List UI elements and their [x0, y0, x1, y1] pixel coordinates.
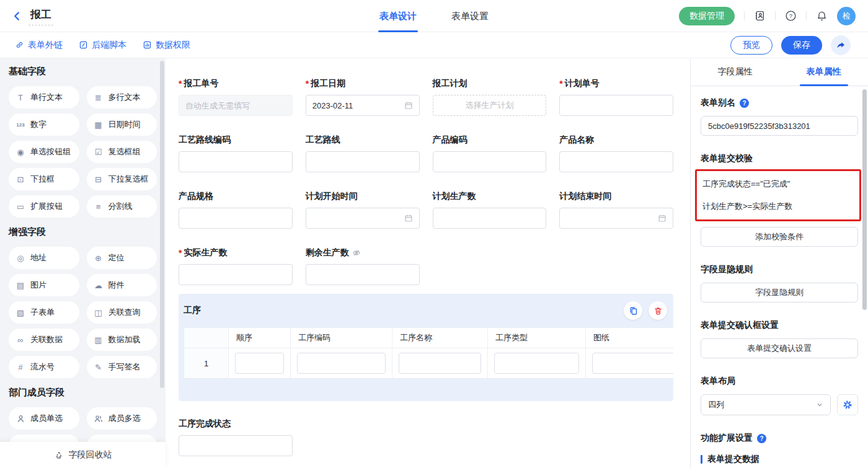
- field-label: 工艺路线: [306, 135, 340, 146]
- validation-rule[interactable]: 计划生产数>=实际生产数: [702, 195, 859, 218]
- field-type-radio-group[interactable]: ◉单选按钮组: [9, 141, 79, 163]
- order-input[interactable]: [235, 353, 284, 374]
- route-input[interactable]: [306, 151, 420, 172]
- plan-no-input[interactable]: [559, 95, 673, 116]
- plan-end-input[interactable]: [559, 208, 673, 229]
- validation-rule[interactable]: 工序完成状态=="已完成": [702, 173, 859, 195]
- calendar-icon[interactable]: [404, 101, 413, 110]
- field-type-datetime[interactable]: ▦日期时间: [87, 113, 157, 136]
- product-name-input[interactable]: [559, 151, 673, 172]
- layout-settings-button[interactable]: [837, 394, 858, 415]
- calendar-icon[interactable]: [658, 214, 666, 223]
- field-remaining-qty[interactable]: 剩余生产数: [306, 247, 420, 285]
- field-type-number[interactable]: 123数字: [9, 113, 79, 136]
- address-book-icon[interactable]: [754, 10, 766, 22]
- remaining-qty-input[interactable]: [306, 264, 420, 285]
- process-type-input[interactable]: [494, 353, 579, 374]
- field-label: 计划结束时间: [559, 191, 611, 202]
- plan-picker-button[interactable]: 选择生产计划: [433, 95, 547, 116]
- field-type-dropdown[interactable]: ⊡下拉框: [9, 168, 79, 190]
- copy-button[interactable]: [624, 301, 642, 320]
- field-type-data-load[interactable]: ▥数据加载: [87, 329, 157, 351]
- tab-form-properties[interactable]: 表单属性: [779, 58, 868, 86]
- field-product-name[interactable]: 产品名称: [559, 135, 673, 172]
- field-type-linked-query[interactable]: ◫关联查询: [87, 301, 157, 324]
- field-recycle-bin[interactable]: 字段回收站: [0, 442, 166, 468]
- product-spec-input[interactable]: [179, 208, 293, 229]
- data-permission-link[interactable]: 数据权限: [143, 40, 190, 51]
- data-manage-button[interactable]: 数据管理: [679, 7, 735, 25]
- field-report-no[interactable]: *报工单号: [179, 78, 293, 116]
- field-plan-end-time[interactable]: 计划结束时间: [559, 191, 673, 229]
- field-product-code[interactable]: 产品编码: [433, 135, 547, 172]
- delete-button[interactable]: [649, 301, 667, 320]
- field-product-spec[interactable]: 产品规格: [179, 191, 293, 229]
- field-type-serial-number[interactable]: #流水号: [9, 356, 79, 378]
- field-report-plan[interactable]: 报工计划 选择生产计划: [433, 78, 547, 116]
- field-type-pill-clipped[interactable]: [87, 435, 157, 442]
- tab-form-settings[interactable]: 表单设置: [451, 0, 489, 32]
- process-code-input[interactable]: [297, 353, 386, 374]
- subform-process[interactable]: 工序 顺序 工序编码 工序名称: [179, 294, 673, 401]
- field-type-image[interactable]: ▤图片: [9, 274, 79, 296]
- route-code-input[interactable]: [179, 151, 293, 172]
- field-actual-qty[interactable]: *实际生产数: [179, 247, 293, 285]
- share-button[interactable]: [831, 35, 851, 55]
- save-button[interactable]: 保存: [781, 36, 822, 55]
- bell-icon[interactable]: [816, 10, 828, 22]
- layout-select[interactable]: 四列: [701, 394, 831, 415]
- process-name-input[interactable]: [399, 353, 481, 374]
- product-code-input[interactable]: [433, 151, 547, 172]
- actual-qty-input[interactable]: [179, 264, 293, 285]
- field-report-date[interactable]: *报工日期: [306, 78, 420, 116]
- field-plan-start-time[interactable]: 计划开始时间: [306, 191, 420, 229]
- field-type-attachment[interactable]: ☁附件: [87, 274, 157, 296]
- field-type-signature[interactable]: ✎手写签名: [87, 356, 157, 378]
- report-no-input[interactable]: [179, 95, 293, 116]
- field-plan-qty[interactable]: 计划生产数: [433, 191, 547, 229]
- top-header: 报工 表单设计 表单设置 数据管理 ? 检: [0, 0, 868, 32]
- tab-field-properties[interactable]: 字段属性: [691, 58, 779, 86]
- process-status-input[interactable]: [179, 435, 293, 456]
- help-icon[interactable]: ?: [785, 10, 797, 22]
- field-type-divider[interactable]: ≡分割线: [87, 195, 157, 218]
- field-plan-no[interactable]: *计划单号: [559, 78, 673, 116]
- add-validation-button[interactable]: 添加校验条件: [701, 227, 858, 247]
- drawing-input[interactable]: [592, 353, 673, 374]
- field-type-multi-dropdown[interactable]: ⊟下拉复选框: [87, 168, 157, 190]
- form-alias-input[interactable]: 5cbc0e919f52235f3b313201: [701, 116, 858, 136]
- help-icon[interactable]: ?: [740, 99, 749, 108]
- field-type-checkbox-group[interactable]: ☑复选框组: [87, 141, 157, 163]
- help-icon[interactable]: ?: [757, 434, 766, 443]
- field-type-pill-clipped[interactable]: [9, 435, 79, 442]
- tab-form-design[interactable]: 表单设计: [379, 0, 417, 32]
- form-external-link[interactable]: 表单外链: [15, 40, 63, 51]
- plan-start-input[interactable]: [306, 208, 420, 229]
- field-type-member-single[interactable]: 成员单选: [9, 407, 79, 430]
- visibility-rules-button[interactable]: 字段显隐规则: [701, 283, 858, 302]
- avatar[interactable]: 检: [837, 7, 856, 25]
- field-type-address[interactable]: ◎地址: [9, 247, 79, 269]
- header-right: 数据管理 ? 检: [679, 7, 856, 25]
- preview-button[interactable]: 预览: [730, 36, 773, 55]
- submit-confirm-button[interactable]: 表单提交确认设置: [701, 338, 858, 358]
- field-route-code[interactable]: 工艺路线编码: [179, 135, 293, 172]
- sidebar-scrollbar[interactable]: [160, 61, 164, 388]
- report-date-input[interactable]: [306, 95, 420, 116]
- copy-icon: [629, 306, 638, 316]
- field-type-subform[interactable]: ▧子表单: [9, 301, 79, 324]
- plan-qty-input[interactable]: [433, 208, 547, 229]
- field-type-location[interactable]: ⊕定位: [87, 247, 157, 269]
- field-route[interactable]: 工艺路线: [306, 135, 420, 172]
- field-type-extend-button[interactable]: ▭扩展按钮: [9, 195, 79, 218]
- field-type-multi-line-text[interactable]: ≣多行文本: [87, 86, 157, 108]
- calendar-icon[interactable]: [404, 214, 413, 223]
- field-type-linked-data[interactable]: ∞关联数据: [9, 329, 79, 351]
- form-title-wrap[interactable]: 报工: [29, 7, 53, 25]
- field-process-status[interactable]: 工序完成状态: [179, 418, 293, 456]
- panel-scrollbar[interactable]: [862, 89, 867, 310]
- back-icon[interactable]: [11, 11, 22, 22]
- backend-script-link[interactable]: 后端脚本: [79, 40, 126, 51]
- field-type-single-line-text[interactable]: T单行文本: [9, 86, 79, 108]
- field-type-member-multi[interactable]: 成员多选: [87, 407, 157, 430]
